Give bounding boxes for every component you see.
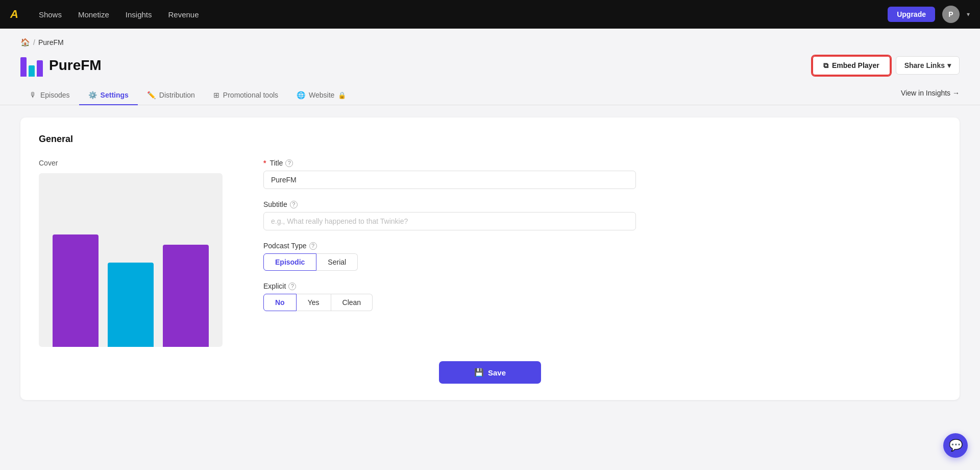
tab-website-label: Website — [309, 91, 334, 99]
cover-label: Cover — [39, 159, 233, 167]
upgrade-button[interactable]: Upgrade — [888, 7, 935, 22]
nav-monetize[interactable]: Monetize — [78, 10, 109, 19]
explicit-group: No Yes Clean — [263, 294, 941, 311]
nav-shows[interactable]: Shows — [39, 10, 62, 19]
form-section: * Title ? Subtitle ? — [263, 159, 941, 347]
chat-bubble[interactable]: 💬 — [943, 433, 968, 458]
topnav-right: Upgrade P ▾ — [888, 6, 970, 23]
title-help-icon[interactable]: ? — [285, 159, 293, 167]
podcast-type-label: Podcast Type ? — [263, 242, 941, 250]
distribution-icon: ✏️ — [147, 91, 156, 99]
breadcrumb: 🏠 / PureFM — [0, 29, 980, 47]
podcast-title-area: PureFM — [20, 54, 102, 77]
subtitle-help-icon[interactable]: ? — [290, 201, 298, 208]
save-icon: 💾 — [474, 368, 484, 377]
app-logo: A — [10, 8, 18, 21]
promotional-icon: ⊞ — [213, 91, 219, 99]
embed-player-label: Embed Player — [832, 61, 879, 69]
cover-section: Cover — [39, 159, 233, 347]
explicit-label: Explicit ? — [263, 282, 941, 290]
form-group-podcast-type: Podcast Type ? Episodic Serial — [263, 242, 941, 271]
tab-settings-label: Settings — [101, 91, 129, 99]
podcast-name: PureFM — [49, 57, 102, 74]
podcast-type-serial[interactable]: Serial — [316, 253, 358, 271]
website-icon: 🌐 — [297, 91, 305, 99]
header-actions: ⧉ Embed Player Share Links ▾ — [812, 56, 960, 76]
cover-preview[interactable] — [39, 173, 223, 347]
podcast-type-help-icon[interactable]: ? — [309, 242, 317, 250]
page-header: PureFM ⧉ Embed Player Share Links ▾ — [0, 47, 980, 77]
save-label: Save — [488, 368, 506, 377]
cover-bar-cyan — [108, 263, 154, 347]
tab-distribution-label: Distribution — [159, 91, 195, 99]
explicit-yes[interactable]: Yes — [297, 294, 331, 311]
explicit-help-icon[interactable]: ? — [288, 283, 296, 290]
general-layout: Cover * Title ? — [39, 159, 941, 347]
lock-icon: 🔒 — [338, 91, 346, 99]
settings-icon: ⚙️ — [88, 91, 97, 99]
explicit-clean[interactable]: Clean — [331, 294, 373, 311]
breadcrumb-home-icon[interactable]: 🏠 — [20, 38, 30, 47]
breadcrumb-separator: / — [33, 38, 35, 46]
nav-insights[interactable]: Insights — [126, 10, 152, 19]
subtitle-input[interactable] — [263, 212, 636, 230]
podcast-type-group: Episodic Serial — [263, 253, 941, 271]
cover-bar-purple-2 — [163, 245, 209, 347]
breadcrumb-current: PureFM — [38, 38, 64, 46]
cover-bar-purple-1 — [53, 234, 99, 347]
tab-promotional-label: Promotional tools — [223, 91, 278, 99]
card-footer: 💾 Save — [39, 361, 941, 384]
form-group-subtitle: Subtitle ? — [263, 200, 941, 230]
tab-promotional[interactable]: ⊞ Promotional tools — [204, 86, 287, 105]
tab-distribution[interactable]: ✏️ Distribution — [138, 86, 204, 105]
explicit-no[interactable]: No — [263, 294, 297, 311]
tab-episodes[interactable]: 🎙 Episodes — [20, 86, 79, 105]
episodes-icon: 🎙 — [30, 91, 37, 99]
general-card: General Cover * Title ? — [20, 118, 960, 400]
view-insights-link[interactable]: View in Insights → — [901, 89, 960, 102]
tab-episodes-label: Episodes — [40, 91, 70, 99]
share-links-label: Share Links — [904, 61, 945, 69]
embed-player-button[interactable]: ⧉ Embed Player — [812, 56, 891, 76]
share-links-chevron-icon: ▾ — [947, 61, 951, 69]
form-group-title: * Title ? — [263, 159, 941, 189]
tab-website[interactable]: 🌐 Website 🔒 — [287, 86, 355, 105]
podcast-logo — [20, 54, 43, 77]
title-input[interactable] — [263, 171, 636, 189]
tabs-row: 🎙 Episodes ⚙️ Settings ✏️ Distribution ⊞… — [0, 86, 980, 105]
general-section-title: General — [39, 134, 941, 145]
logo-bar1 — [20, 57, 27, 77]
required-star: * — [263, 159, 266, 167]
tab-settings[interactable]: ⚙️ Settings — [79, 86, 138, 105]
logo-bar3 — [37, 60, 43, 77]
avatar[interactable]: P — [942, 6, 960, 23]
chat-icon: 💬 — [949, 439, 963, 452]
subtitle-label: Subtitle ? — [263, 200, 941, 208]
embed-icon: ⧉ — [823, 61, 828, 70]
share-links-button[interactable]: Share Links ▾ — [896, 56, 960, 75]
topnav: A Shows Monetize Insights Revenue Upgrad… — [0, 0, 980, 29]
main-content: General Cover * Title ? — [0, 105, 980, 412]
podcast-type-episodic[interactable]: Episodic — [263, 253, 316, 271]
logo-bar2 — [29, 65, 35, 77]
nav-revenue[interactable]: Revenue — [168, 10, 199, 19]
avatar-chevron-icon[interactable]: ▾ — [967, 11, 970, 18]
save-button[interactable]: 💾 Save — [439, 361, 541, 384]
form-group-explicit: Explicit ? No Yes Clean — [263, 282, 941, 311]
tabs-left: 🎙 Episodes ⚙️ Settings ✏️ Distribution ⊞… — [20, 86, 355, 105]
title-label: * Title ? — [263, 159, 941, 167]
